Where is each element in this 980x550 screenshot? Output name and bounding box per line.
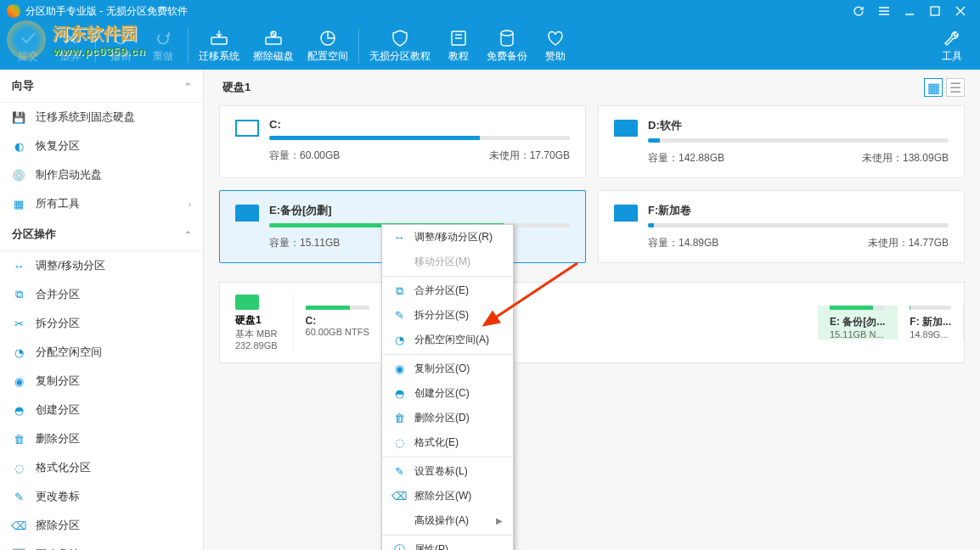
menu-item-icon	[392, 255, 406, 269]
sidebar-item-label: 制作启动光盘	[36, 167, 102, 182]
menu-item-label: 合并分区(E)	[414, 283, 469, 298]
sidebar-item-label: 恢复分区	[36, 138, 80, 154]
wizard-item[interactable]: 💾迁移系统到固态硬盘	[0, 103, 203, 132]
app-title: 分区助手专业版 - 无损分区免费软件	[25, 4, 188, 19]
erase-button[interactable]: 擦除磁盘	[246, 22, 301, 70]
menu-item-label: 创建分区(C)	[414, 386, 470, 401]
svg-rect-0	[931, 7, 939, 15]
disk-title: 硬盘1	[219, 80, 965, 95]
side-icon: ◔	[12, 345, 25, 359]
context-menu-item[interactable]: ◉复制分区(O)	[382, 356, 513, 381]
free-label: 未使用：14.77GB	[868, 236, 949, 250]
pie-icon	[318, 29, 337, 48]
ops-item[interactable]: ◓创建分区	[0, 396, 203, 424]
ops-item[interactable]: ↔调整/移动分区	[0, 251, 203, 280]
sidebar: 向导⌃ 💾迁移系统到固态硬盘◐恢复分区💿制作启动光盘▦所有工具› 分区操作⌃ ↔…	[0, 70, 204, 550]
menu-item-icon: ◔	[392, 334, 406, 347]
tools-button[interactable]: 工具	[931, 22, 973, 70]
ops-item[interactable]: 🗑删除分区	[0, 424, 203, 453]
partition-grid: C: 容量：60.00GB未使用：17.70GB D:软件 容量：142.88G…	[219, 105, 965, 263]
disk-slot[interactable]: F: 新加...14.89G...	[898, 306, 964, 340]
context-menu-item[interactable]: ↔调整/移动分区(R)	[382, 225, 513, 250]
sidebar-item-label: 复制分区	[36, 373, 80, 389]
context-menu-item[interactable]: ◔分配空闲空间(A)	[382, 328, 513, 352]
wizard-item[interactable]: ◐恢复分区	[0, 132, 203, 160]
list-view-button[interactable]: ☰	[946, 78, 965, 97]
tutorial-button[interactable]: 无损分区教程	[363, 22, 437, 70]
sidebar-item-label: 所有工具	[36, 196, 80, 211]
menu-item-label: 调整/移动分区(R)	[414, 230, 493, 244]
menu-item-icon: ✎	[392, 309, 406, 323]
partition-card[interactable]: C: 容量：60.00GB未使用：17.70GB	[219, 105, 586, 178]
ops-item[interactable]: ◌格式化分区	[0, 453, 203, 482]
close-icon[interactable]	[948, 0, 973, 22]
guide-button[interactable]: 教程	[437, 22, 480, 70]
side-icon: 🗑	[12, 432, 25, 446]
sidebar-item-label: 更改卷标	[36, 489, 80, 504]
refresh-icon[interactable]	[846, 0, 871, 22]
menu-item-label: 删除分区(D)	[414, 411, 470, 425]
context-menu-item[interactable]: ✎拆分分区(S)	[382, 303, 513, 328]
titlebar: 分区助手专业版 - 无损分区免费软件	[0, 0, 980, 22]
side-icon: ✎	[12, 490, 25, 503]
menu-icon[interactable]	[871, 0, 897, 22]
sidebar-item-label: 擦除分区	[36, 518, 80, 533]
context-menu-item[interactable]: ✎设置卷标(L)	[382, 459, 513, 484]
menu-item-label: 擦除分区(W)	[414, 489, 471, 503]
context-menu-item[interactable]: 🗑删除分区(D)	[382, 406, 513, 430]
undo-button[interactable]: 撤销	[99, 22, 142, 70]
discard-button[interactable]: 放弃	[49, 22, 92, 70]
disk-summary-header: 硬盘1 基本 MBR 232.89GB	[220, 295, 294, 351]
context-menu-item[interactable]: ◓创建分区(C)	[382, 381, 513, 406]
side-icon: 💿	[12, 168, 25, 182]
drive-icon	[235, 120, 259, 137]
wrench-icon	[943, 29, 961, 48]
collapse-icon: ⌃	[184, 81, 191, 91]
menu-item-icon: ◓	[392, 387, 406, 401]
partition-card[interactable]: F:新加卷 容量：14.89GB未使用：14.77GB	[598, 190, 965, 263]
context-menu-item[interactable]: 高级操作(A)▶	[382, 508, 513, 533]
redo-button[interactable]: 重做	[142, 22, 184, 70]
context-menu-item[interactable]: ◌格式化(E)	[382, 430, 513, 455]
drive-icon	[235, 205, 259, 222]
context-menu-item[interactable]: ⓘ属性(P)	[382, 537, 513, 550]
migrate-button[interactable]: 迁移系统	[192, 22, 246, 70]
check-icon	[19, 29, 37, 48]
partition-card[interactable]: D:软件 容量：142.88GB未使用：138.09GB	[598, 105, 965, 178]
ops-item[interactable]: ⌫擦除分区	[0, 511, 203, 540]
disk-slot[interactable]: C:60.00GB NTFS	[294, 306, 382, 340]
donate-button[interactable]: 赞助	[534, 22, 577, 70]
grid-view-button[interactable]: ▦	[924, 78, 943, 97]
ops-item[interactable]: ◔分配空闲空间	[0, 338, 203, 367]
capacity-label: 容量：14.89GB	[648, 236, 718, 250]
side-icon: ⌫	[12, 519, 25, 532]
wizard-section-title[interactable]: 向导⌃	[0, 70, 203, 103]
commit-button[interactable]: 提交	[7, 22, 49, 70]
backup-button[interactable]: 免费备份	[480, 22, 534, 70]
disk-slot[interactable]: E: 备份[勿...15.11GB N...	[818, 306, 898, 340]
ops-section-title[interactable]: 分区操作⌃	[0, 218, 203, 251]
ops-item[interactable]: ✎更改卷标	[0, 482, 203, 511]
minimize-icon[interactable]	[897, 0, 922, 22]
ops-item[interactable]: ⧉合并分区	[0, 280, 203, 309]
alloc-button[interactable]: 配置空间	[301, 22, 355, 70]
sidebar-item-label: 删除分区	[36, 431, 80, 446]
menu-item-icon	[392, 514, 406, 528]
shield-icon	[391, 29, 409, 48]
menu-item-label: 设置卷标(L)	[414, 464, 468, 479]
context-menu-item[interactable]: ⌫擦除分区(W)	[382, 484, 513, 508]
side-icon: ✂	[12, 317, 25, 330]
ops-item[interactable]: 🔤更改盘符	[0, 540, 203, 550]
submenu-arrow-icon: ▶	[496, 516, 503, 525]
wizard-item[interactable]: 💿制作启动光盘	[0, 160, 203, 189]
free-label: 未使用：138.09GB	[862, 151, 949, 166]
ops-item[interactable]: ✂拆分分区	[0, 309, 203, 338]
wizard-item[interactable]: ▦所有工具›	[0, 189, 203, 218]
menu-item-label: 高级操作(A)	[414, 514, 469, 528]
context-menu-item[interactable]: ⧉合并分区(E)	[382, 278, 513, 303]
ops-item[interactable]: ◉复制分区	[0, 367, 203, 396]
usage-bar	[648, 138, 949, 143]
partition-name: C:	[269, 118, 570, 131]
maximize-icon[interactable]	[922, 0, 948, 22]
sidebar-item-label: 更改盘符	[36, 547, 80, 550]
